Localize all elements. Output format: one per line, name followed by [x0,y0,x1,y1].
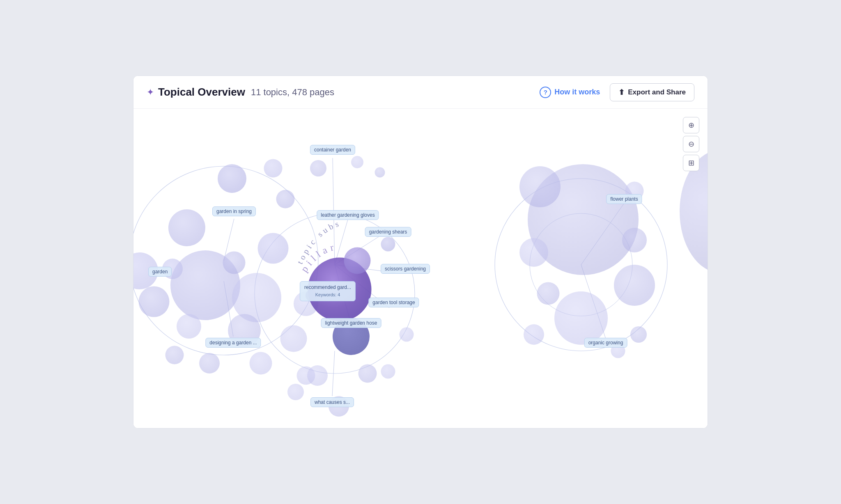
bubble-left-small-3 [280,325,307,352]
export-label: Export and Share [628,88,686,96]
page-title: Topical Overview [158,86,245,99]
label-gardening-shears[interactable]: gardening shears [365,227,411,237]
header: ✦ Topical Overview 11 topics, 478 pages … [133,76,708,109]
bubble-left-small-1 [258,233,289,264]
bubble-right-xs1 [630,326,647,343]
label-garden-tool-storage[interactable]: garden tool storage [368,298,419,307]
zoom-in-button[interactable]: ⊕ [683,117,699,133]
bubble-left-xs6 [250,352,272,375]
bubble-left-small-2 [223,252,246,274]
bubble-left-xs [276,190,295,208]
bubble-right-xs2 [611,344,625,358]
bubble-center-top-3 [375,167,385,178]
bubble-center-xs2 [307,365,328,386]
bubble-left-bottom-1 [165,346,184,364]
bubble-left-xs2 [177,314,201,339]
svg-line-7 [332,351,335,396]
svg-line-4 [333,158,335,265]
bubble-leftmost-large [133,252,158,289]
bubble-center-xs6 [381,364,395,379]
page-subtitle: 11 topics, 478 pages [251,87,334,98]
header-actions: ? How it works ⬆ Export and Share [540,83,694,101]
bubble-right-medium-2 [554,291,608,345]
zoom-out-icon: ⊖ [688,140,694,149]
map-area[interactable]: topic subs pillar container garden garde… [133,109,708,428]
zoom-out-button[interactable]: ⊖ [683,136,699,152]
bubble-left-xs3 [228,314,261,347]
how-it-works-button[interactable]: ? How it works [540,87,600,98]
label-container-garden[interactable]: container garden [310,145,355,155]
bubble-right-medium-3 [614,265,655,306]
label-scissors-gardening[interactable]: scissors gardening [381,264,430,274]
upload-icon: ⬆ [618,88,625,97]
header-title-group: ✦ Topical Overview 11 topics, 478 pages [147,86,540,99]
how-it-works-label: How it works [554,88,600,96]
bubble-sub-1 [344,247,371,274]
question-icon: ? [540,87,551,98]
bubble-center-xs4 [287,384,304,400]
reset-icon: ⊞ [688,158,694,167]
zoom-in-icon: ⊕ [688,121,694,130]
bubble-right-small-5 [524,324,544,345]
bubble-top-small [218,164,246,193]
bubble-left-tiny [162,259,183,279]
bubble-right-small-4 [537,282,560,305]
bubble-left-medium-2 [168,209,205,246]
map-controls: ⊕ ⊖ ⊞ [683,117,699,171]
reset-button[interactable]: ⊞ [683,155,699,171]
export-share-button[interactable]: ⬆ Export and Share [610,83,694,101]
bubble-left-xs7 [199,353,220,373]
bubble-right-small-2 [622,228,647,252]
bubble-right-small-3 [625,182,644,200]
app-container: ✦ Topical Overview 11 topics, 478 pages … [133,76,708,428]
bubble-center-top-1 [310,160,326,176]
label-leather-gloves[interactable]: leather gardening gloves [317,210,379,220]
bubble-left-xs5 [139,286,170,317]
bubble-right-small-1 [519,238,548,267]
label-garden-in-spring[interactable]: garden in spring [212,206,256,216]
bubble-center-xs3 [358,364,377,383]
bubble-center-xs5 [329,396,349,417]
bubble-top-tiny [264,159,283,178]
bubble-center-top-2 [351,156,363,168]
bubble-pillar-secondary [333,318,370,355]
bubble-center-xs1 [381,237,395,252]
bubble-center-xs7 [400,328,414,342]
spark-icon: ✦ [147,87,154,98]
bubble-right-medium-1 [519,166,561,207]
